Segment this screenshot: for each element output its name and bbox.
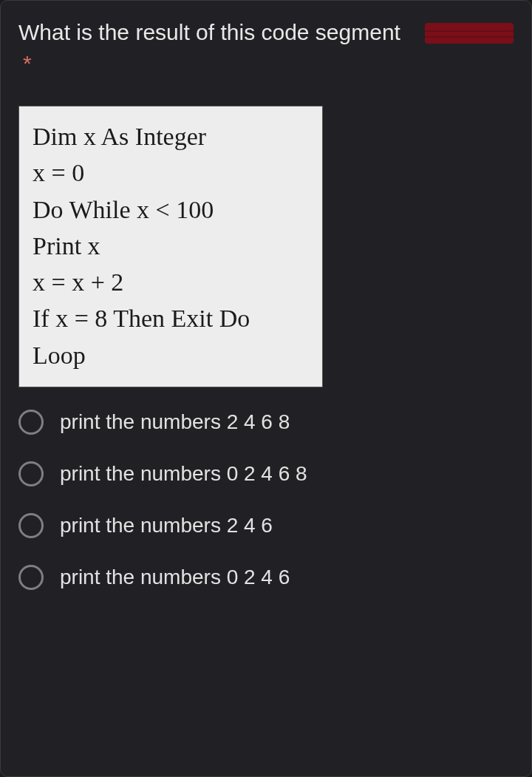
option-label: print the numbers 0 2 4 6: [60, 566, 290, 589]
code-line: Loop: [33, 337, 306, 373]
option-3[interactable]: print the numbers 2 4 6: [18, 513, 514, 538]
option-1[interactable]: print the numbers 2 4 6 8: [18, 410, 514, 435]
options-group: print the numbers 2 4 6 8 print the numb…: [18, 410, 514, 590]
question-card: What is the result of this code segment …: [0, 0, 532, 777]
option-label: print the numbers 2 4 6 8: [60, 410, 290, 434]
radio-icon: [18, 410, 44, 435]
redacted-mark: [425, 23, 514, 44]
radio-icon: [18, 513, 44, 538]
radio-icon: [18, 565, 44, 590]
question-text: What is the result of this code segment …: [18, 17, 410, 79]
option-label: print the numbers 2 4 6: [60, 514, 273, 537]
code-line: x = 0: [33, 155, 306, 191]
question-header: What is the result of this code segment …: [18, 17, 514, 79]
option-4[interactable]: print the numbers 0 2 4 6: [18, 565, 514, 590]
code-line: Dim x As Integer: [33, 118, 306, 155]
code-line: If x = 8 Then Exit Do: [33, 300, 306, 336]
code-line: Print x: [33, 228, 306, 264]
code-line: x = x + 2: [33, 264, 306, 300]
option-2[interactable]: print the numbers 0 2 4 6 8: [18, 461, 514, 486]
code-line: Do While x < 100: [33, 191, 306, 228]
question-label: What is the result of this code segment: [18, 20, 400, 44]
option-label: print the numbers 0 2 4 6 8: [60, 462, 307, 486]
radio-icon: [18, 461, 44, 486]
code-segment: Dim x As Integer x = 0 Do While x < 100 …: [18, 106, 323, 387]
required-marker: *: [23, 51, 32, 75]
